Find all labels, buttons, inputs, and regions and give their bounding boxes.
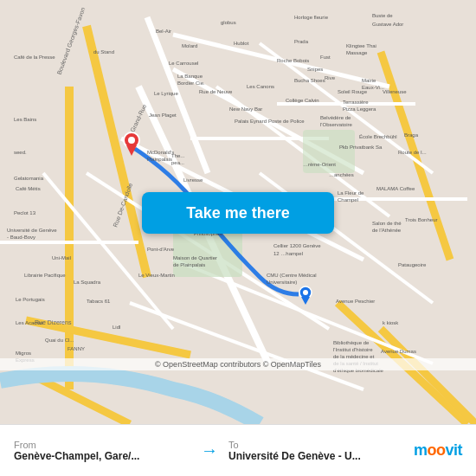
svg-text:l'Institut d'histoire: l'Institut d'histoire: [333, 347, 373, 352]
svg-text:Livresse: Livresse: [183, 177, 203, 183]
svg-text:Avenue Dumas: Avenue Dumas: [381, 349, 416, 354]
svg-text:Trois Bonheur: Trois Bonheur: [405, 217, 437, 222]
svg-text:Café Métis: Café Métis: [16, 186, 41, 191]
moovit-text: moovit: [414, 441, 462, 460]
svg-text:Villeneuse: Villeneuse: [383, 89, 407, 94]
svg-text:Eaux-Vi...: Eaux-Vi...: [362, 85, 384, 90]
svg-text:Maison de Quartier: Maison de Quartier: [173, 255, 217, 261]
svg-text:- Baud-Bovy: - Baud-Bovy: [7, 235, 35, 240]
svg-text:Jean Plaget: Jean Plaget: [149, 113, 177, 118]
svg-text:CMU (Centre Médical: CMU (Centre Médical: [267, 273, 317, 278]
svg-text:Champel: Champel: [338, 197, 358, 203]
route-arrow-icon: →: [201, 441, 218, 460]
svg-text:Pkb Privatbank Sa: Pkb Privatbank Sa: [339, 145, 383, 150]
svg-text:École Brechbühl: École Brechbühl: [359, 134, 397, 139]
svg-text:La Fleur de: La Fleur de: [338, 190, 364, 196]
svg-text:Le Portugais: Le Portugais: [16, 297, 45, 302]
svg-text:Bucha Shoes: Bucha Shoes: [294, 78, 325, 83]
svg-text:Palais Eynard: Palais Eynard: [235, 119, 267, 124]
route-from: From Genève-Champel, Gare/...: [14, 440, 190, 462]
svg-text:Cellier 1200 Genève: Cellier 1200 Genève: [273, 243, 321, 248]
svg-text:Bibliothèque de: Bibliothèque de: [333, 340, 370, 345]
svg-text:Gelatomania: Gelatomania: [14, 176, 44, 181]
svg-text:seed.: seed.: [14, 150, 27, 155]
svg-text:Avenue du Mail: Avenue du Mail: [0, 157, 1, 199]
svg-text:Pont-d'Arve: Pont-d'Arve: [147, 247, 175, 252]
svg-text:…anchées: …anchées: [329, 172, 354, 177]
svg-text:La Squadra: La Squadra: [74, 280, 101, 285]
svg-text:The...: The...: [171, 153, 185, 158]
route-to: To Université De Genève - U...: [228, 440, 405, 462]
from-value: Genève-Champel, Gare/...: [14, 450, 190, 462]
svg-text:Horloge fleurie: Horloge fleurie: [294, 15, 329, 20]
svg-text:pea...: pea...: [171, 160, 184, 165]
destination-pin: [299, 286, 312, 305]
svg-text:La Banque: La Banque: [177, 74, 203, 79]
svg-text:k kiosk: k kiosk: [383, 320, 399, 325]
svg-text:Le Vieux-Martin: Le Vieux-Martin: [138, 273, 175, 278]
svg-text:Quai du Cl...: Quai du Cl...: [45, 338, 74, 343]
svg-text:Collège Calvin: Collège Calvin: [286, 98, 319, 103]
svg-text:Uni-Mail: Uni-Mail: [52, 255, 71, 261]
map-container: Boulevard Georges-Favon Avenue du Mail G…: [0, 0, 476, 424]
svg-text:Fust: Fust: [320, 55, 331, 60]
svg-text:Café de la Presse: Café de la Presse: [14, 55, 55, 60]
svg-text:Massage: Massage: [346, 50, 368, 55]
svg-text:Prada: Prada: [294, 39, 309, 44]
svg-text:Braga: Braga: [404, 132, 419, 138]
svg-text:Roche Bobois: Roche Bobois: [277, 58, 309, 63]
svg-text:Hublot: Hublot: [234, 41, 249, 46]
svg-text:FANNY: FANNY: [68, 346, 85, 351]
svg-marker-105: [126, 145, 137, 156]
svg-text:Migros: Migros: [16, 351, 31, 356]
to-label: To: [228, 440, 405, 450]
svg-text:de l'Athénée: de l'Athénée: [372, 228, 402, 233]
map-attribution: © OpenStreetMap contributors © OpenMapTi…: [0, 358, 476, 370]
from-label: From: [14, 440, 190, 450]
svg-text:Mairie: Mairie: [362, 78, 376, 83]
svg-text:Avenue Peschier: Avenue Peschier: [336, 299, 375, 304]
svg-text:Lidl: Lidl: [113, 325, 120, 330]
svg-text:globus: globus: [221, 20, 236, 25]
svg-text:Plainpalais: Plainpalais: [147, 157, 172, 162]
svg-text:Route de I...: Route de I...: [398, 150, 427, 155]
svg-text:…rème-Orient: …rème-Orient: [303, 162, 336, 167]
svg-text:Gustave Ador: Gustave Ador: [372, 22, 403, 27]
bottom-bar: From Genève-Champel, Gare/... → To Unive…: [0, 424, 476, 476]
svg-text:Buste de: Buste de: [372, 13, 393, 18]
svg-text:du Stand: du Stand: [93, 49, 114, 55]
svg-text:New Navy Bar: New Navy Bar: [229, 106, 262, 112]
svg-text:Pizza Leggera: Pizza Leggera: [343, 106, 376, 112]
svg-text:l'Observatoire: l'Observatoire: [320, 122, 352, 127]
take-me-there-button[interactable]: Take me there: [142, 192, 334, 234]
svg-text:Tabacs 61: Tabacs 61: [87, 299, 111, 304]
svg-text:Universitaire): Universitaire): [267, 280, 297, 285]
svg-text:Le Lyrique: Le Lyrique: [154, 91, 178, 96]
svg-text:Bordier Cie.: Bordier Cie.: [177, 80, 205, 86]
svg-text:Les Bains: Les Bains: [14, 117, 36, 122]
svg-text:Salon de thé: Salon de thé: [372, 221, 402, 226]
svg-text:Klingtee Thai: Klingtee Thai: [346, 43, 376, 48]
svg-text:Université de Genève: Université de Genève: [7, 228, 57, 233]
svg-text:Le Carrousel: Le Carrousel: [169, 61, 198, 66]
svg-text:de Plainpalais: de Plainpalais: [173, 262, 205, 267]
to-value: Université De Genève - U...: [228, 450, 405, 462]
svg-text:Les Canons: Les Canons: [247, 84, 274, 89]
svg-text:Librairie Pacifique: Librairie Pacifique: [24, 273, 66, 278]
svg-text:McDonald's: McDonald's: [147, 150, 174, 155]
svg-text:Peclot 13: Peclot 13: [14, 210, 36, 215]
svg-text:Molard: Molard: [182, 43, 197, 48]
svg-text:Rue de Neuve: Rue de Neuve: [199, 89, 233, 94]
svg-text:12 …hampel: 12 …hampel: [273, 251, 303, 256]
svg-text:Pataugeoire: Pataugeoire: [398, 262, 427, 267]
svg-text:Terrassière: Terrassière: [343, 100, 369, 105]
svg-text:MALAMA Coffee: MALAMA Coffee: [376, 186, 415, 191]
svg-point-109: [303, 290, 308, 295]
svg-marker-108: [301, 297, 310, 305]
origin-pin: [123, 132, 140, 156]
svg-text:Bel-Air: Bel-Air: [156, 29, 171, 34]
svg-text:Poste de Police: Poste de Police: [268, 119, 305, 124]
svg-point-106: [128, 137, 135, 144]
svg-text:Les Acacias: Les Acacias: [16, 320, 43, 325]
svg-text:Snipes: Snipes: [307, 67, 323, 72]
